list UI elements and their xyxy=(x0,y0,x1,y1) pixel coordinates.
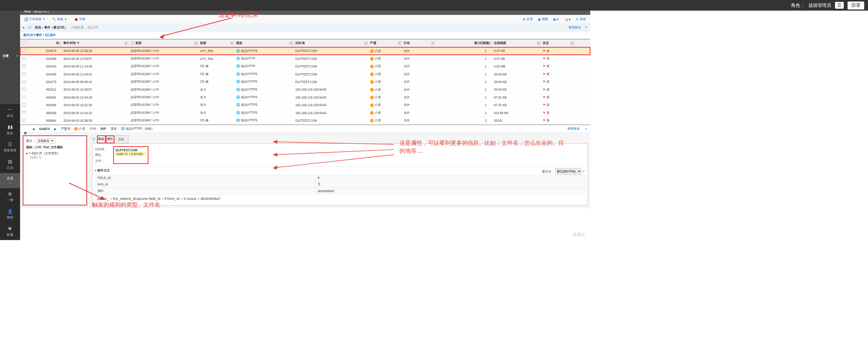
tab-history[interactable]: 历史 xyxy=(114,135,128,143)
row-checkbox[interactable] xyxy=(22,88,26,91)
bar-chart-icon: ▮▮ xyxy=(8,124,13,130)
table-row[interactable]: 5244982019-06-05 13:33:57桌面RDADJ6K \ LYH… xyxy=(20,55,590,63)
expand-icon[interactable]: ▸ xyxy=(23,26,25,30)
manage-report-link[interactable]: 管理报告 xyxy=(569,25,581,30)
role-label: 角色： xyxy=(791,2,805,9)
grid-header: ID▾ 事件时间 ▼▾ 📋 资源▾ 政策▾ 渠道▾ 目的地▾ 严重▾ 行动▾ 最… xyxy=(20,39,590,47)
stack-icon: ☷ xyxy=(8,141,12,147)
sidebar-main[interactable]: 主要 › xyxy=(0,7,20,104)
detail-id: 524573 xyxy=(39,127,49,131)
table-row[interactable]: 5244232019-06-05 11:14:48桌面RDADJ6K \ LYH… xyxy=(20,63,590,70)
file-icon: ▤ xyxy=(8,159,13,165)
layout-icon[interactable]: ▦▼ xyxy=(552,16,560,22)
sidebar-log[interactable]: ▤日志 xyxy=(0,156,20,173)
deploy-button[interactable]: 部署 xyxy=(848,2,864,9)
col-match[interactable]: 最大匹配数▾ xyxy=(435,39,492,47)
tab-evidence[interactable]: 取证 xyxy=(97,135,106,143)
next-icon[interactable]: ▶ xyxy=(54,127,56,131)
repair-button[interactable]: 🔧修复▼ xyxy=(51,16,68,22)
wrench-icon: 🔧 xyxy=(52,17,56,21)
external-icon[interactable]: ↗ xyxy=(584,26,587,30)
prev-icon[interactable]: ◀ xyxy=(32,127,34,131)
col-dest[interactable]: 目的地▾ xyxy=(293,39,368,47)
col-status[interactable]: 状态▾ xyxy=(541,39,574,47)
rule-title: 规则：LYH_Test_文件属性 xyxy=(26,145,84,150)
row-checkbox[interactable] xyxy=(22,80,26,83)
sidebar-deploy[interactable]: ✖部署 xyxy=(0,223,20,240)
sidebar-report[interactable]: ▮▮报告 xyxy=(0,121,20,139)
display-as-select[interactable]: 标记的HTML xyxy=(555,168,581,174)
row-checkbox[interactable] xyxy=(22,95,26,99)
external-icon[interactable]: ↗ xyxy=(584,127,587,131)
row-checkbox[interactable] xyxy=(22,111,26,114)
col-time[interactable]: 事件时间 ▼▾ xyxy=(61,39,128,47)
row-checkbox[interactable] xyxy=(22,64,26,68)
field-row: form_id五 xyxy=(95,181,584,188)
export-icon[interactable]: 📊▼ xyxy=(563,16,572,22)
row-checkbox[interactable] xyxy=(22,72,26,75)
watermark: 亿速云 xyxy=(573,232,585,237)
show-select[interactable]: 违规触发 ▼ xyxy=(36,138,55,143)
table-row[interactable]: 5243482019-06-05 11:03:01桌面RDADJ6K \ LYH… xyxy=(20,71,590,78)
row-checkbox[interactable] xyxy=(22,49,26,52)
col-policy[interactable]: 政策▾ xyxy=(198,39,234,47)
row-checkbox[interactable] xyxy=(22,103,26,107)
file-value: ceshi.7z（9.34 KB） xyxy=(116,152,146,156)
field-row: 现时d6344b66a7 xyxy=(95,188,584,195)
table-row[interactable]: 4915812019-06-03 12:44:43桌面RDADJ6K \ LYH… xyxy=(20,94,590,101)
col-trans[interactable]: 交易规模▾ xyxy=(492,39,541,47)
detail-tabs: 取证 属性 历史 xyxy=(97,135,128,143)
table-row[interactable]: 5242732019-06-05 09:59:41桌面RDADJ6K \ LYH… xyxy=(20,78,590,86)
field-row: FIELD_ID8 xyxy=(95,175,584,181)
refresh-icon: ↻ xyxy=(576,17,579,21)
col-resource[interactable]: 📋 资源▾ xyxy=(128,39,198,47)
rule-box: 显示： 违规触发 ▼ 规则：LYH_Test_文件属性 ● 7-Zip文件（文件… xyxy=(23,135,87,206)
sidebar-general[interactable]: ⚙一般 xyxy=(0,188,20,206)
info-icon[interactable]: ⓘ xyxy=(92,137,95,141)
tab-content: 目的地： 网址： 文件： DLPTEST.COM ceshi.7z（9.34 K… xyxy=(92,143,588,206)
file-info-box: DLPTEST.COM ceshi.7z（9.34 KB） xyxy=(113,146,149,164)
workflow-button[interactable]: 🔄工作流程▼ xyxy=(23,16,46,22)
tab-props[interactable]: 属性 xyxy=(106,135,114,143)
sidebar-status[interactable]: 〰状态 xyxy=(0,104,20,121)
field-table: FIELD_ID8form_id五现时d6344b66a7 xyxy=(95,175,585,195)
external-icon[interactable]: ↗ xyxy=(582,169,585,173)
table-row[interactable]: 4589642019-06-03 10:36:26桌面RDADJ6K \ LYH… xyxy=(20,117,590,124)
refresh-button[interactable]: ↻刷新 xyxy=(575,16,587,22)
chevron-left-icon: ‹ xyxy=(9,182,11,185)
menu-icon[interactable]: ☰ xyxy=(835,2,844,9)
sidebar-auth[interactable]: 👤授权 xyxy=(0,206,20,223)
toolbar: 🔄工作流程▼ 🔧修复▼ 🐞升级 ⚙设置 ▦视图 ▦▼ 📊▼ ↻刷新 xyxy=(20,15,590,24)
info-icon[interactable]: ⓘ xyxy=(28,25,31,30)
adjust-policy-link[interactable]: 调整政策 xyxy=(567,127,580,131)
sidebar-settings[interactable]: 设置‹ xyxy=(0,173,20,188)
detail-panel: 事件 ◀ 524573 ▶ 严重性： !介质 行动： 允许 渠道： 🌐端点HTT… xyxy=(20,124,590,208)
report-bar: ▸ ⓘ 报告：事件（最近3天） 日期范围： 最近3天 管理报告 ↗ xyxy=(20,24,590,31)
settings-button[interactable]: ⚙设置 xyxy=(522,16,534,22)
chevron-right-icon: › xyxy=(17,54,18,58)
upgrade-button[interactable]: 🐞升级 xyxy=(73,16,86,22)
sidebar: 主要 › 〰状态 ▮▮报告 ☷政策管理 ▤日志 设置‹ ⚙一般 👤授权 ✖部署 xyxy=(0,0,20,240)
view-button[interactable]: ▦视图 xyxy=(537,16,549,22)
pulse-icon: 〰 xyxy=(8,107,12,113)
col-severity[interactable]: 严重▾ xyxy=(368,39,401,47)
table-row[interactable]: 4590392019-06-03 10:44:31桌面RDADJ6K \ LYH… xyxy=(20,109,590,117)
rule-file: ceshi.7z xyxy=(30,155,84,159)
table-row[interactable]: 4915062019-06-03 12:01:30桌面RDADJ6K \ LYH… xyxy=(20,101,590,109)
sidebar-policy[interactable]: ☷政策管理 xyxy=(0,138,20,156)
table-row[interactable]: 5245732019-06-05 13:36:03桌面RDADJ6K \ LYH… xyxy=(20,47,590,55)
row-checkbox[interactable] xyxy=(22,118,26,122)
user-icon: 👤 xyxy=(7,209,13,214)
row-checkbox[interactable] xyxy=(22,56,26,60)
expand-mail-icon[interactable]: ▸ xyxy=(95,169,97,173)
action-line: action_ = frm_submit_dropzone field_id =… xyxy=(95,195,585,203)
count-text: 显示16个事件 / 1已选中 xyxy=(20,31,590,39)
table-row[interactable]: 4915122019-06-03 12:49:57桌面RDADJ6K \ LYH… xyxy=(20,86,590,93)
dest-value: DLPTEST.COM xyxy=(116,149,138,152)
select-all-checkbox[interactable] xyxy=(22,41,25,44)
wrench-icon: ✖ xyxy=(8,226,12,232)
col-id[interactable]: ID▾ xyxy=(28,39,61,47)
col-channel[interactable]: 渠道▾ xyxy=(234,39,293,47)
grid-icon: ▦ xyxy=(538,17,541,21)
col-action[interactable]: 行动▾ xyxy=(401,39,435,47)
